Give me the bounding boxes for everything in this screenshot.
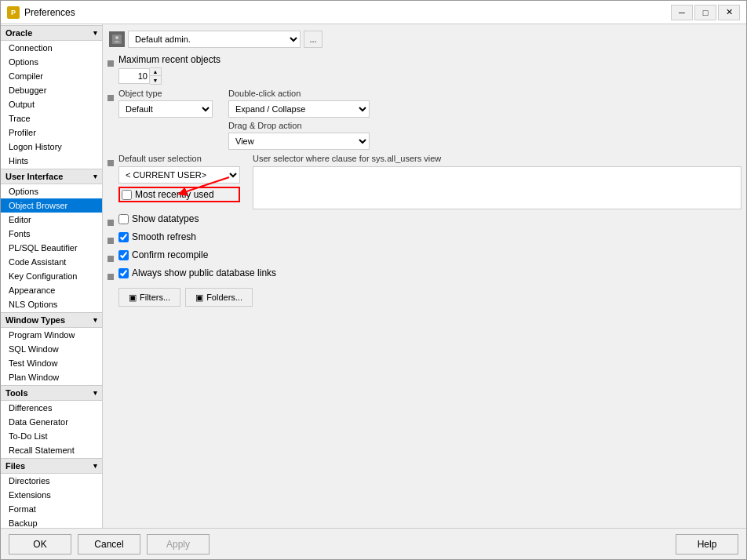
max-recent-input[interactable]: [118, 68, 150, 84]
smooth-refresh-row: Smooth refresh: [107, 231, 742, 245]
sidebar-item-data-generator[interactable]: Data Generator: [1, 415, 102, 429]
sidebar-item-extensions[interactable]: Extensions: [1, 488, 102, 502]
sidebar-item-plsql-beautifier[interactable]: PL/SQL Beautifier: [1, 241, 102, 255]
user-interface-group-header[interactable]: User Interface ▾: [1, 169, 102, 184]
sidebar-item-object-browser[interactable]: Object Browser: [1, 198, 102, 213]
always-show-checkbox[interactable]: [118, 268, 129, 278]
files-group-header[interactable]: Files ▾: [1, 458, 102, 474]
preferences-window: P Preferences ─ □ ✕ Oracle ▾ Connection …: [0, 0, 747, 560]
sidebar-item-options-ui[interactable]: Options: [1, 184, 102, 198]
filters-label: Filters...: [140, 293, 170, 302]
profile-select[interactable]: Default admin.: [128, 31, 301, 48]
sidebar-item-hints[interactable]: Hints: [1, 154, 102, 168]
confirm-recompile-row: Confirm recompile: [107, 249, 742, 264]
sidebar-item-fonts[interactable]: Fonts: [1, 227, 102, 241]
spinner-buttons: ▲ ▼: [150, 67, 162, 85]
most-recently-used-checkbox[interactable]: [122, 190, 132, 200]
double-click-col: Double-click action Expand / Collapse: [228, 89, 370, 118]
show-datatypes-label: Show datatypes: [132, 213, 199, 224]
max-recent-row: Maximum recent objects ▲ ▼: [107, 54, 742, 85]
user-interface-arrow: ▾: [93, 173, 97, 180]
help-button[interactable]: Help: [676, 534, 738, 555]
title-bar: P Preferences ─ □ ✕: [1, 1, 746, 24]
sidebar-item-output[interactable]: Output: [1, 97, 102, 111]
folders-button[interactable]: ▣ Folders...: [185, 288, 253, 307]
more-options-button[interactable]: ...: [304, 31, 322, 48]
confirm-recompile-checkbox[interactable]: [118, 250, 129, 260]
sidebar-item-program-window[interactable]: Program Window: [1, 328, 102, 342]
profile-bar: Default admin. ...: [107, 29, 742, 49]
drag-drop-select[interactable]: View: [228, 133, 370, 150]
oracle-group-label: Oracle: [5, 28, 32, 38]
object-type-label: Object type: [118, 89, 213, 98]
oracle-group-header[interactable]: Oracle ▾: [1, 25, 102, 41]
minimize-button[interactable]: ─: [671, 5, 693, 20]
sidebar: Oracle ▾ Connection Options Compiler Deb…: [1, 24, 103, 528]
sidebar-item-editor[interactable]: Editor: [1, 213, 102, 227]
sidebar-item-todo-list[interactable]: To-Do List: [1, 429, 102, 443]
folders-icon: ▣: [195, 293, 203, 303]
double-click-label: Double-click action: [228, 89, 370, 98]
footer: OK Cancel Apply Help: [1, 528, 746, 559]
tools-group-label: Tools: [5, 388, 28, 398]
always-show-marker: [107, 274, 114, 280]
object-type-select[interactable]: Default: [118, 100, 213, 118]
sidebar-item-connection[interactable]: Connection: [1, 41, 102, 55]
filters-button[interactable]: ▣ Filters...: [118, 288, 180, 307]
current-user-select[interactable]: < CURRENT USER>: [118, 166, 240, 184]
sidebar-item-sql-window[interactable]: SQL Window: [1, 342, 102, 356]
max-recent-label: Maximum recent objects: [118, 54, 742, 65]
profile-icon: [109, 31, 125, 47]
sidebar-item-nls-options[interactable]: NLS Options: [1, 297, 102, 311]
default-user-row: Default user selection < CURRENT USER> M…: [107, 154, 742, 209]
sidebar-item-directories[interactable]: Directories: [1, 474, 102, 488]
files-group-label: Files: [5, 461, 25, 471]
ok-button[interactable]: OK: [9, 534, 71, 555]
sidebar-item-profiler[interactable]: Profiler: [1, 125, 102, 140]
sidebar-item-compiler[interactable]: Compiler: [1, 69, 102, 83]
sidebar-item-logon-history[interactable]: Logon History: [1, 140, 102, 154]
double-click-select[interactable]: Expand / Collapse: [228, 100, 370, 118]
window-types-group-label: Window Types: [5, 315, 65, 325]
object-type-content: Object type Default Double-click action …: [118, 89, 742, 150]
smooth-refresh-label: Smooth refresh: [132, 231, 196, 242]
sidebar-item-format[interactable]: Format: [1, 502, 102, 516]
apply-button[interactable]: Apply: [147, 534, 210, 555]
confirm-recompile-marker: [107, 256, 114, 262]
drag-drop-col: Drag & Drop action View: [228, 121, 370, 150]
sidebar-item-debugger[interactable]: Debugger: [1, 83, 102, 97]
sidebar-item-recall-statement[interactable]: Recall Statement: [1, 443, 102, 457]
sidebar-item-plan-window[interactable]: Plan Window: [1, 370, 102, 384]
show-datatypes-row: Show datatypes: [107, 213, 742, 227]
tools-group-header[interactable]: Tools ▾: [1, 385, 102, 401]
always-show-label: Always show public database links: [132, 267, 276, 278]
maximize-button[interactable]: □: [694, 5, 716, 20]
show-datatypes-checkbox[interactable]: [118, 214, 129, 224]
close-button[interactable]: ✕: [718, 5, 740, 20]
sidebar-item-trace[interactable]: Trace: [1, 111, 102, 125]
window-types-arrow: ▾: [93, 316, 97, 324]
spinner-up[interactable]: ▲: [150, 68, 161, 76]
window-icon: P: [7, 6, 20, 19]
sidebar-item-code-assistant[interactable]: Code Assistant: [1, 255, 102, 269]
user-selector-textarea[interactable]: [253, 166, 742, 209]
sidebar-item-appearance[interactable]: Appearance: [1, 283, 102, 297]
window-types-group-header[interactable]: Window Types ▾: [1, 312, 102, 328]
sidebar-item-key-configuration[interactable]: Key Configuration: [1, 269, 102, 283]
cancel-button[interactable]: Cancel: [78, 534, 140, 555]
most-recently-used-container: Most recently used: [118, 187, 240, 202]
user-interface-group-label: User Interface: [5, 172, 63, 181]
main-content: Oracle ▾ Connection Options Compiler Deb…: [1, 24, 746, 528]
action-buttons-row: ▣ Filters... ▣ Folders...: [118, 288, 742, 307]
sidebar-item-options-oracle[interactable]: Options: [1, 55, 102, 69]
sidebar-item-differences[interactable]: Differences: [1, 401, 102, 415]
sidebar-item-backup[interactable]: Backup: [1, 516, 102, 528]
default-user-label: Default user selection: [118, 154, 240, 163]
spinner-down[interactable]: ▼: [150, 76, 161, 84]
oracle-group-arrow: ▾: [93, 29, 97, 37]
smooth-refresh-checkbox[interactable]: [118, 232, 129, 242]
max-recent-spinner: ▲ ▼: [118, 67, 742, 85]
folders-label: Folders...: [206, 293, 242, 302]
sidebar-item-test-window[interactable]: Test Window: [1, 356, 102, 370]
user-selector-label: User selector where clause for sys.all_u…: [253, 154, 742, 163]
